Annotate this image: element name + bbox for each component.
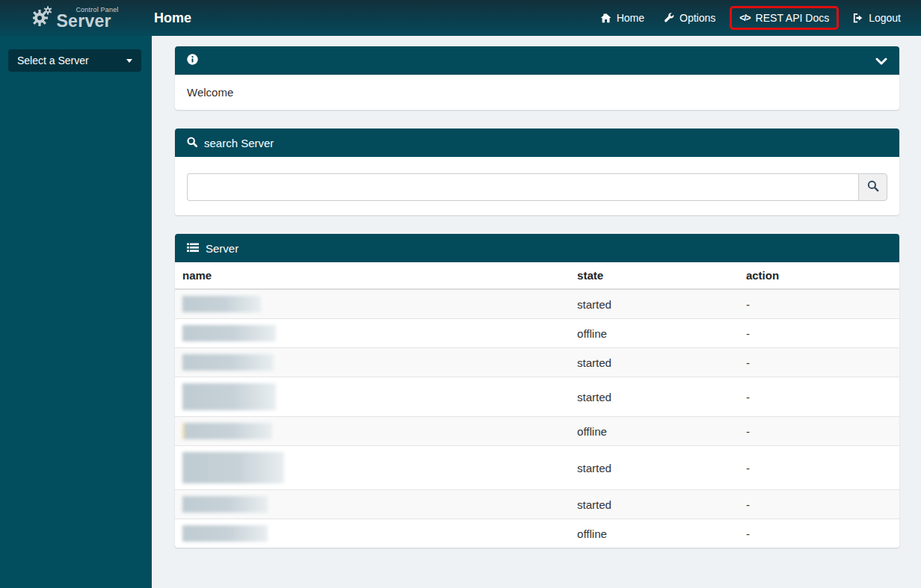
chevron-down-icon[interactable] bbox=[875, 55, 887, 67]
table-row: started- bbox=[175, 377, 899, 417]
search-button[interactable] bbox=[858, 173, 887, 201]
server-action: - bbox=[739, 490, 899, 519]
table-row: started- bbox=[175, 446, 899, 490]
search-icon bbox=[187, 137, 197, 149]
nav-home[interactable]: Home bbox=[591, 6, 654, 30]
server-name-cell bbox=[175, 490, 570, 519]
select-server-dropdown[interactable]: Select a Server bbox=[8, 49, 141, 72]
brand-logo[interactable]: Control Panel Server bbox=[0, 0, 152, 36]
server-state: started bbox=[570, 490, 739, 519]
server-search-input[interactable] bbox=[187, 173, 858, 201]
main-content: Welcome search Server bbox=[152, 36, 921, 588]
nav-options[interactable]: Options bbox=[654, 6, 725, 30]
server-panel-title: Server bbox=[206, 242, 238, 255]
server-panel-header: Server bbox=[175, 234, 899, 262]
gear-icon bbox=[33, 6, 52, 30]
column-header-action: action bbox=[739, 262, 899, 289]
nav-rest-api-docs[interactable]: </> REST API Docs bbox=[730, 6, 839, 30]
caret-down-icon bbox=[126, 59, 132, 63]
logout-icon bbox=[853, 13, 863, 23]
table-row: started- bbox=[175, 490, 899, 519]
server-state: started bbox=[570, 289, 739, 319]
server-list-icon bbox=[187, 242, 199, 255]
info-panel-header[interactable] bbox=[175, 46, 899, 75]
search-panel-header: search Server bbox=[175, 129, 899, 157]
server-action: - bbox=[739, 289, 899, 319]
server-action: - bbox=[739, 446, 899, 490]
column-header-state: state bbox=[570, 262, 739, 289]
server-state: offline bbox=[570, 417, 739, 446]
select-server-label: Select a Server bbox=[17, 55, 89, 66]
server-name-cell bbox=[175, 289, 570, 319]
server-action: - bbox=[739, 377, 899, 417]
server-name-cell bbox=[175, 348, 570, 377]
server-state: started bbox=[570, 348, 739, 377]
nav-home-label: Home bbox=[617, 12, 644, 24]
server-name-cell bbox=[175, 319, 570, 348]
server-name-cell bbox=[175, 377, 570, 417]
column-header-name: name bbox=[175, 262, 570, 289]
nav-options-label: Options bbox=[680, 12, 715, 24]
redacted-server-name bbox=[182, 423, 272, 439]
server-action: - bbox=[739, 519, 899, 548]
server-action: - bbox=[739, 319, 899, 348]
welcome-text: Welcome bbox=[175, 75, 899, 110]
server-state: offline bbox=[570, 319, 739, 348]
server-state: started bbox=[570, 446, 739, 490]
home-icon bbox=[600, 13, 612, 23]
wrench-icon bbox=[664, 13, 674, 23]
table-row: started- bbox=[175, 289, 899, 319]
table-row: offline- bbox=[175, 319, 899, 348]
info-panel: Welcome bbox=[175, 46, 899, 110]
server-search-group bbox=[187, 173, 887, 201]
table-row: started- bbox=[175, 348, 899, 377]
code-icon: </> bbox=[739, 13, 750, 23]
search-icon bbox=[867, 180, 879, 194]
top-navigation: Home Options </> REST API Docs Logout bbox=[591, 6, 921, 30]
server-name-cell bbox=[175, 519, 570, 548]
server-name-cell bbox=[175, 446, 570, 490]
brand-title: Server bbox=[56, 13, 118, 30]
redacted-server-name bbox=[182, 296, 261, 312]
table-header-row: name state action bbox=[175, 262, 899, 289]
sidebar: Select a Server bbox=[0, 36, 152, 588]
server-panel: Server name state action started-offline… bbox=[175, 234, 899, 548]
redacted-server-name bbox=[182, 325, 276, 341]
search-panel: search Server bbox=[175, 129, 899, 215]
server-action: - bbox=[739, 348, 899, 377]
redacted-server-name bbox=[182, 354, 274, 371]
nav-logout[interactable]: Logout bbox=[843, 6, 911, 30]
redacted-server-name bbox=[182, 496, 268, 513]
server-name-cell bbox=[175, 417, 570, 446]
info-icon bbox=[187, 54, 198, 67]
topbar: Control Panel Server Home Home Options <… bbox=[0, 0, 921, 36]
server-action: - bbox=[739, 417, 899, 446]
page-title: Home bbox=[154, 10, 191, 26]
server-state: offline bbox=[570, 519, 739, 548]
redacted-server-name bbox=[182, 525, 268, 542]
server-state: started bbox=[570, 377, 739, 417]
redacted-server-name bbox=[182, 452, 284, 483]
server-table-body: started-offline-started-started-offline-… bbox=[175, 289, 899, 548]
search-panel-title: search Server bbox=[204, 137, 274, 149]
nav-logout-label: Logout bbox=[869, 12, 901, 24]
server-table: name state action started-offline-starte… bbox=[175, 262, 899, 548]
table-row: offline- bbox=[175, 519, 899, 548]
nav-rest-api-docs-label: REST API Docs bbox=[756, 12, 830, 24]
table-row: offline- bbox=[175, 417, 899, 446]
redacted-server-name bbox=[182, 383, 276, 410]
